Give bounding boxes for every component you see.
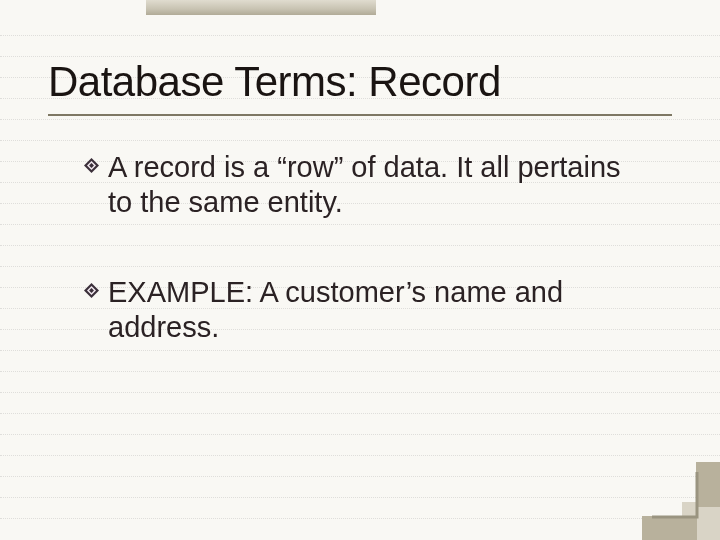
top-accent-bar: [146, 0, 376, 15]
bullet-text: EXAMPLE: A customer’s name and address.: [108, 276, 563, 343]
corner-accent-icon: [642, 462, 720, 540]
list-item: EXAMPLE: A customer’s name and address.: [88, 275, 650, 346]
list-item: A record is a “row” of data. It all pert…: [88, 150, 650, 221]
svg-rect-7: [696, 462, 720, 507]
diamond-bullet-icon: [84, 283, 99, 298]
slide-title: Database Terms: Record: [48, 58, 672, 116]
svg-rect-6: [682, 502, 720, 540]
svg-rect-8: [642, 516, 697, 540]
diamond-bullet-icon: [84, 158, 99, 173]
bullet-list: A record is a “row” of data. It all pert…: [88, 150, 650, 400]
bullet-text: A record is a “row” of data. It all pert…: [108, 151, 621, 218]
